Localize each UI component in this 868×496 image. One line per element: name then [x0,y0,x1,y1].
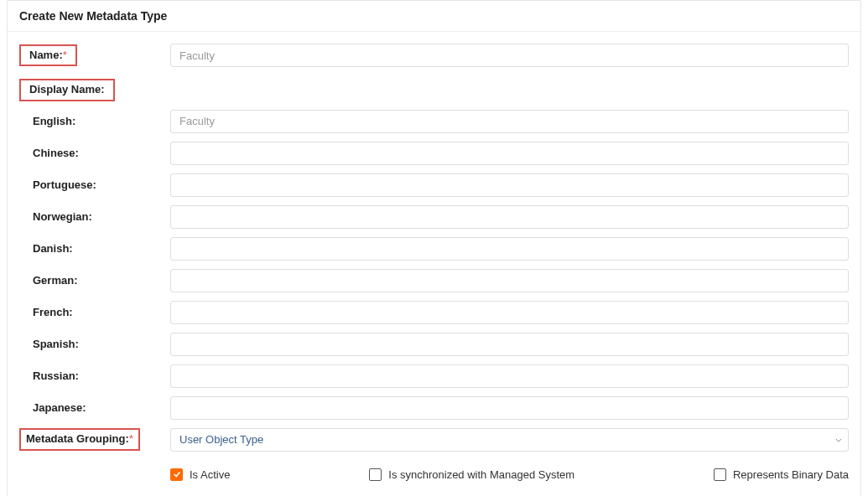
checkbox-binary-data-wrap: Represents Binary Data [714,468,849,481]
create-metadata-panel: Create New Metadata Type Name:* Display … [7,0,861,496]
row-display-name-lang: Norwegian: [19,205,849,229]
display-name-lang-input[interactable] [170,301,849,324]
checkbox-is-sync-wrap: Is synchronized with Managed System [369,468,574,481]
row-display-name-header: Display Name: [19,79,849,101]
display-name-lang-label: German: [33,274,77,287]
display-name-lang-input[interactable] [170,142,849,165]
row-display-name-lang: Chinese: [19,142,849,165]
metadata-grouping-select[interactable]: User Object Type [170,428,849,452]
row-display-name-lang: French: [19,301,849,324]
display-name-lang-input[interactable] [170,173,849,197]
row-display-name-lang: Japanese: [19,396,849,420]
display-name-lang-input[interactable] [170,396,849,420]
checkbox-is-active-label: Is Active [190,468,230,481]
display-name-lang-label: Spanish: [33,338,79,350]
panel-body: Name:* Display Name: English:Chinese:Por… [8,32,860,496]
label-display-name: Display Name: [29,83,105,97]
display-name-lang-label: French: [33,306,73,318]
name-input[interactable] [170,44,849,67]
row-display-name-lang: Spanish: [19,333,849,356]
metadata-grouping-selected: User Object Type [170,428,849,452]
label-display-name-highlight: Display Name: [19,79,115,101]
display-name-lang-input[interactable] [170,269,849,292]
display-name-lang-input[interactable] [170,364,849,388]
row-metadata-grouping: Metadata Grouping:* User Object Type [19,428,849,452]
display-name-lang-input[interactable] [170,333,849,356]
row-display-name-lang: German: [19,269,849,292]
row-name: Name:* [19,44,849,67]
row-display-name-lang: English: [19,110,849,133]
required-asterisk: * [63,49,67,61]
checkbox-is-sync[interactable] [369,468,382,481]
check-icon [173,470,181,478]
display-name-lang-label: Russian: [33,369,79,382]
display-name-lang-label: Danish: [33,242,73,255]
display-name-lang-input[interactable] [170,237,849,261]
display-name-lang-label: Japanese: [33,401,86,414]
checkbox-is-active[interactable] [170,468,183,481]
display-name-language-rows: English:Chinese:Portuguese:Norwegian:Dan… [19,110,849,420]
display-name-lang-input[interactable] [170,205,849,229]
display-name-lang-label: Chinese: [33,147,79,159]
row-checkboxes: Is Active Is synchronized with Managed S… [19,460,849,481]
row-display-name-lang: Danish: [19,237,849,261]
display-name-lang-label: Portuguese: [33,178,96,191]
label-metadata-grouping-highlight: Metadata Grouping:* [19,428,140,451]
checkbox-binary-data[interactable] [714,468,726,481]
label-metadata-grouping: Metadata Grouping: [26,432,129,447]
panel-title: Create New Metadata Type [8,1,860,32]
checkbox-binary-data-label: Represents Binary Data [733,468,849,481]
checkbox-is-active-wrap: Is Active [170,468,230,481]
checkbox-is-sync-label: Is synchronized with Managed System [388,468,574,481]
row-display-name-lang: Portuguese: [19,173,849,197]
label-name-highlight: Name:* [19,44,77,67]
checkbox-row: Is Active Is synchronized with Managed S… [170,460,849,481]
label-name: Name: [29,49,63,63]
display-name-lang-input[interactable] [170,110,849,133]
display-name-lang-label: Norwegian: [33,210,92,223]
row-display-name-lang: Russian: [19,364,849,388]
required-asterisk: * [129,432,133,445]
display-name-lang-label: English: [33,115,75,127]
